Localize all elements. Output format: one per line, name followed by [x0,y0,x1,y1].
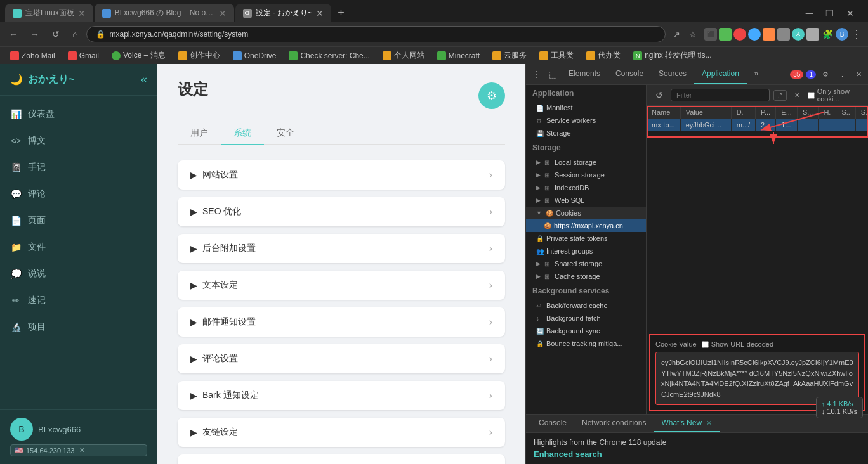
chrome-menu-icon[interactable]: ⋮ [850,28,863,41]
tab-3[interactable]: ⚙ 設定 - おかえり~ ✕ [235,4,332,22]
devtools-close-button[interactable]: ✕ [852,68,865,81]
ext-icon-6[interactable] [777,28,790,41]
whatsnew-close-icon[interactable]: ✕ [706,419,712,427]
dt-cache-storage[interactable]: ▶ ⊞ Cache storage [526,270,646,283]
bookmark-onedrive[interactable]: OneDrive [228,50,282,61]
filter-input[interactable] [671,89,770,101]
dt-interest-groups[interactable]: 👥 Interest groups [526,245,646,257]
share-button[interactable]: ↗ [671,27,683,42]
tab-1[interactable]: 宝塔Linux面板 ✕ [5,4,93,22]
ext-icon-3[interactable] [733,28,746,41]
tab-close-2[interactable]: ✕ [219,8,227,18]
maximize-button[interactable]: ❐ [822,5,838,22]
dt-cookies-url[interactable]: 🍪 https://mxapi.xcnya.cn [526,219,646,232]
bookmark-minecraft[interactable]: Minecraft [432,50,485,61]
filter-clear-button[interactable]: ✕ [791,89,804,102]
ext-icon-5[interactable] [763,28,775,41]
tab-user[interactable]: 用户 [178,122,221,145]
bottom-tab-whatsnew[interactable]: What's New ✕ [654,415,720,432]
settings-item-comments[interactable]: ▶ 评论设置 › [178,344,505,373]
dt-back-forward-cache[interactable]: ↩ Back/forward cache [526,299,646,312]
ext-icon-4[interactable] [748,28,761,41]
ext-icon-7[interactable]: A [792,28,805,41]
table-row[interactable]: mx-to... eyJhbGciOiJIU... m.../ 2... 1..… [647,119,868,131]
bookmark-button[interactable]: ☆ [687,27,699,42]
tab-sources[interactable]: Sources [651,64,694,84]
bookmark-create[interactable]: 创作中心 [173,49,225,62]
bookmark-tools[interactable]: 工具类 [534,49,579,62]
bookmark-checkserver[interactable]: Check server: Che... [284,50,374,61]
new-tab-button[interactable]: + [332,4,350,22]
profile-icon[interactable]: B [836,28,848,41]
settings-item-backup[interactable]: ▶ 各份 › [178,454,505,464]
home-button[interactable]: ⌂ [69,27,81,42]
devtools-inspect-button[interactable]: ⬚ [545,67,561,82]
ext-icon-8[interactable] [806,28,819,41]
sidebar-toggle-button[interactable]: « [141,73,147,86]
address-bar[interactable]: 🔒 mxapi.xcnya.cn/qaqdmin#/setting/system [86,26,666,42]
bookmark-gmail[interactable]: Gmail [63,50,104,61]
sidebar-item-shorthand[interactable]: ✏ 速记 [0,287,157,314]
dt-shared-storage[interactable]: ▶ ⊞ Shared storage [526,257,646,270]
back-button[interactable]: ← [5,27,22,42]
sidebar-item-projects[interactable]: 🔬 项目 [0,314,157,340]
ip-close-button[interactable]: ✕ [79,446,85,454]
devtools-more-button[interactable]: ⋮ [835,68,850,81]
dt-manifest[interactable]: 📄 Manifest [526,101,646,114]
bottom-tab-network[interactable]: Network conditions [574,415,654,432]
close-button[interactable]: ✕ [843,5,858,22]
ext-puzzle-icon[interactable]: 🧩 [821,28,834,41]
sidebar-item-files[interactable]: 📁 文件 [0,234,157,261]
settings-item-links[interactable]: ▶ 友链设定 › [178,418,505,447]
bottom-tab-console[interactable]: Console [531,415,574,432]
bookmark-website[interactable]: 个人网站 [378,49,430,62]
dt-cookies[interactable]: ▼ 🍪 Cookies [526,207,646,219]
devtools-settings-button[interactable]: ⚙ [819,68,832,81]
sidebar-item-moments[interactable]: 💭 说说 [0,261,157,287]
dt-background-fetch[interactable]: ↕ Background fetch [526,312,646,325]
bookmark-todo[interactable]: 代办类 [581,49,626,62]
dt-websql[interactable]: ▶ ⊞ Web SQL [526,194,646,207]
settings-item-bark[interactable]: ▶ Bark 通知设定 › [178,381,505,410]
tab-security[interactable]: 安全 [264,122,307,145]
dt-local-storage[interactable]: ▶ ⊞ Local storage [526,156,646,169]
dt-indexeddb[interactable]: ▶ ⊞ IndexedDB [526,181,646,194]
settings-item-seo[interactable]: ▶ SEO 优化 › [178,197,505,226]
bookmark-zoho[interactable]: Zoho Mail [5,50,60,61]
bookmark-cloud[interactable]: 云服务 [487,49,532,62]
bookmark-nginx[interactable]: N nginx 转发代理 tls... [628,49,716,62]
sidebar-item-dashboard[interactable]: 📊 仪表盘 [0,101,157,127]
reload-button[interactable]: ↺ [48,27,63,42]
show-url-decoded-checkbox[interactable]: Show URL-decoded [702,340,773,348]
dt-service-workers[interactable]: ⚙ Service workers [526,114,646,127]
settings-item-mail[interactable]: ▶ 邮件通知设置 › [178,307,505,337]
sidebar-item-notes[interactable]: 📓 手记 [0,154,157,181]
tab-elements[interactable]: Elements [561,64,608,84]
bookmark-voice[interactable]: Voice – 消息 [107,49,171,62]
tab-more[interactable]: » [747,64,766,84]
tab-console[interactable]: Console [608,64,651,84]
dt-storage[interactable]: 💾 Storage [526,127,646,139]
minimize-button[interactable]: ─ [802,5,817,22]
dt-background-sync[interactable]: 🔄 Background sync [526,325,646,337]
dt-session-storage[interactable]: ▶ ⊞ Session storage [526,169,646,181]
tab-system[interactable]: 系统 [221,122,264,145]
only-show-cookies-checkbox[interactable]: Only show cooki... [808,87,863,103]
tab-application[interactable]: Application [694,64,747,84]
settings-item-website[interactable]: ▶ 网站设置 › [178,160,505,190]
dt-bounce-tracking[interactable]: 🔒 Bounce tracking mitiga... [526,337,646,350]
ext-icon-1[interactable]: ⬛ [704,28,717,41]
settings-item-text[interactable]: ▶ 文本设定 › [178,271,505,300]
filter-regex-button[interactable]: .* [773,90,787,101]
tab-close-1[interactable]: ✕ [78,8,86,18]
dt-private-state-tokens[interactable]: 🔒 Private state tokens [526,232,646,245]
tab-2[interactable]: BLxcwg666 の Blog – No one... ✕ [95,4,234,22]
sidebar-item-comments[interactable]: 💬 评论 [0,181,157,207]
settings-item-backend[interactable]: ▶ 后台附加设置 › [178,234,505,263]
devtools-menu-button[interactable]: ⋮ [529,67,545,82]
ext-icon-2[interactable] [719,28,732,41]
sidebar-item-posts[interactable]: </> 博文 [0,127,157,154]
tab-close-3[interactable]: ✕ [316,8,324,18]
forward-button[interactable]: → [27,27,43,42]
filter-refresh-button[interactable]: ↺ [652,87,667,103]
